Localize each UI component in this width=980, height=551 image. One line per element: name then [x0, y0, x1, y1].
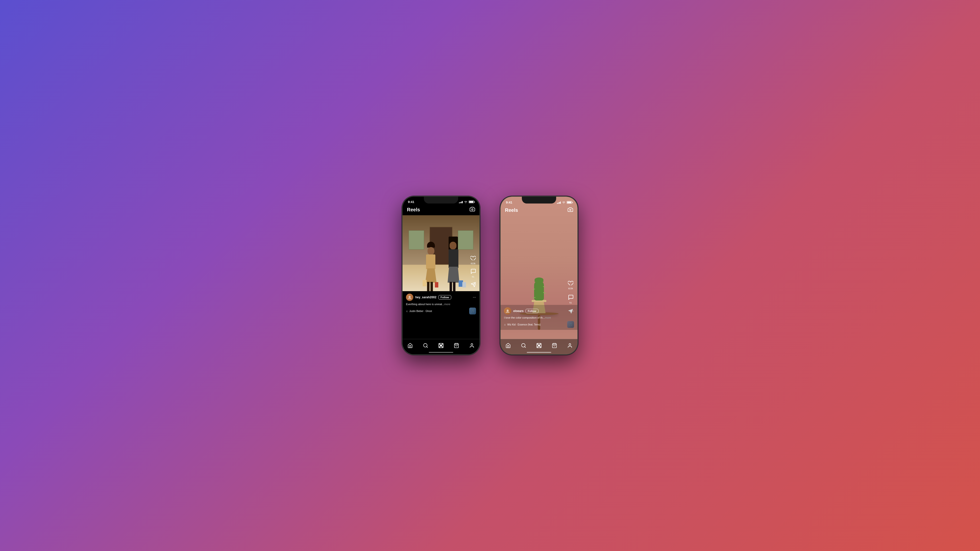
like-count-1: 823k	[471, 262, 476, 265]
status-bar-2: 9:41	[501, 197, 578, 206]
svg-point-7	[440, 345, 442, 346]
heart-icon-1	[469, 254, 477, 262]
nav-shop-2[interactable]	[549, 341, 559, 349]
battery-icon-1	[469, 200, 474, 203]
power-button[interactable]	[480, 231, 480, 248]
video-actions-1: 823k 51	[469, 254, 477, 288]
svg-point-11	[442, 346, 443, 347]
svg-point-22	[537, 344, 538, 345]
nav-home-1[interactable]	[405, 341, 415, 349]
nav-shop-1[interactable]	[452, 341, 461, 349]
home-indicator-1	[429, 352, 453, 353]
more-icon-1[interactable]: ···	[473, 295, 476, 300]
video-area-1[interactable]: 823k 51	[402, 215, 479, 291]
comment-button-1[interactable]: 51	[469, 267, 477, 278]
volume-down-button[interactable]	[402, 238, 402, 248]
music-thumb-2: 🎵	[567, 321, 574, 328]
like-button-2[interactable]: 823k	[567, 279, 574, 290]
share-icon-1	[469, 280, 477, 288]
svg-point-9	[442, 344, 443, 345]
wifi-icon-2	[562, 201, 565, 204]
music-note-icon-1: ♫	[406, 310, 408, 313]
music-row-1: ♫ Justin Bieber · Ghost 🎵	[406, 308, 476, 314]
info-bar-1: hey_sarah2002 Follow ··· Everthing about…	[402, 291, 479, 316]
svg-point-3	[409, 296, 410, 298]
svg-marker-2	[471, 282, 476, 287]
app-header-1: Reels	[402, 205, 479, 215]
header-title-1: Reels	[407, 207, 420, 213]
user-row-2: eloears Follow ···	[504, 307, 574, 315]
phone-1: 9:41 Ree	[402, 196, 480, 355]
power-button-2[interactable]	[578, 231, 578, 248]
music-row-2: ♫ Wiz Kid · Essence (feat. Tems) 🎵	[504, 321, 574, 328]
svg-line-5	[426, 346, 428, 348]
user-row-1: hey_sarah2002 Follow ···	[406, 294, 476, 301]
music-note-icon-2: ♫	[504, 323, 506, 326]
nav-search-2[interactable]	[519, 341, 528, 349]
wifi-icon-1	[464, 201, 468, 203]
username-2: eloears	[513, 309, 523, 313]
svg-point-24	[537, 346, 538, 347]
nav-search-1[interactable]	[421, 341, 431, 349]
nav-profile-1[interactable]	[467, 341, 477, 349]
phone-1-screen: 9:41 Ree	[402, 197, 479, 354]
info-bar-2: eloears Follow ··· I love the color comp…	[501, 305, 578, 330]
share-button-1[interactable]	[469, 280, 477, 288]
svg-line-19	[525, 346, 525, 348]
status-bar-1: 9:41	[402, 197, 479, 205]
phone-2-screen: 9:41 Ree	[501, 197, 578, 354]
avatar-2	[504, 307, 511, 315]
svg-point-13	[471, 344, 473, 345]
svg-point-21	[538, 345, 540, 346]
avatar-1	[406, 294, 413, 301]
nav-reels-1[interactable]	[436, 341, 446, 349]
comment-icon-1	[469, 267, 477, 275]
follow-button-1[interactable]: Follow	[438, 295, 451, 300]
phone-2: 9:41 Ree	[500, 196, 578, 355]
more-label-1[interactable]: more	[444, 303, 450, 306]
like-button-1[interactable]: 823k	[469, 254, 477, 265]
battery-icon-2	[567, 201, 572, 204]
svg-point-10	[439, 346, 440, 347]
comment-count-2: 51	[570, 302, 572, 304]
signal-icon-2	[557, 201, 561, 204]
heart-icon-2	[567, 279, 574, 287]
nav-reels-2[interactable]	[534, 341, 544, 349]
svg-point-0	[472, 209, 473, 210]
status-icons-1	[459, 200, 474, 203]
comment-button-2[interactable]: 51	[567, 293, 574, 304]
volume-down-button-2[interactable]	[500, 238, 500, 248]
caption-2: I love the color composition of th...mor…	[504, 316, 574, 319]
camera-icon-1[interactable]	[470, 207, 475, 213]
more-label-2[interactable]: more	[545, 316, 551, 319]
status-time-1: 9:41	[408, 200, 414, 204]
follow-button-2[interactable]: Follow	[525, 309, 539, 313]
volume-up-button-2[interactable]	[500, 226, 500, 236]
home-indicator-2	[527, 352, 551, 353]
phones-container: 9:41 Ree	[402, 196, 578, 355]
music-thumb-1: 🎵	[469, 308, 476, 314]
svg-point-23	[540, 344, 541, 345]
status-time-2: 9:41	[506, 200, 512, 204]
status-icons-2	[557, 201, 572, 204]
signal-icon-1	[459, 201, 463, 203]
volume-up-button[interactable]	[402, 226, 402, 236]
music-text-2: Wiz Kid · Essence (feat. Tems)	[508, 323, 541, 326]
svg-point-8	[439, 344, 440, 345]
comment-icon-2	[567, 293, 574, 301]
music-text-1: Justin Bieber · Ghost	[409, 310, 432, 313]
more-icon-2[interactable]: ···	[571, 309, 574, 313]
username-1: hey_sarah2002	[415, 295, 436, 299]
caption-1: Everthing about here is unreal...more	[406, 302, 476, 306]
svg-point-27	[569, 344, 571, 345]
svg-point-25	[540, 346, 541, 347]
nav-home-2[interactable]	[503, 341, 513, 349]
svg-point-17	[507, 310, 509, 311]
like-count-2: 823k	[568, 287, 573, 290]
nav-profile-2[interactable]	[565, 341, 575, 349]
comment-count-1: 51	[472, 275, 474, 278]
